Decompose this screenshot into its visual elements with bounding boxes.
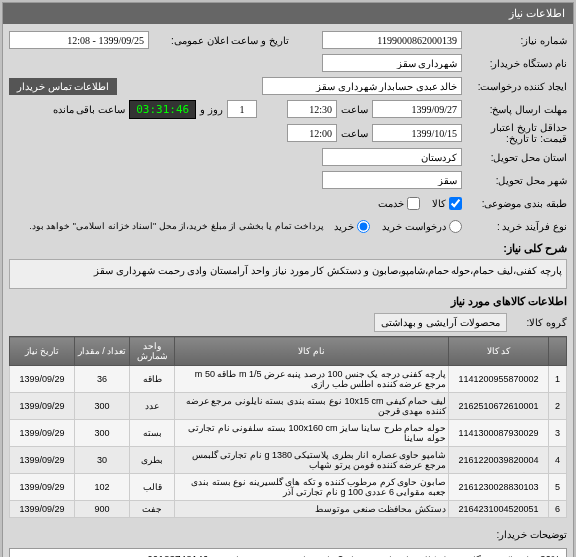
cell-unit: جفت — [130, 501, 175, 518]
contacts-button[interactable]: اطلاعات تماس خریدار — [9, 78, 117, 95]
cell-name: شامپو حاوی عصاره انار بطری پلاستیکی 1380… — [175, 447, 449, 474]
table-row[interactable]: 42161220039820004شامپو حاوی عصاره انار ب… — [10, 447, 567, 474]
table-row[interactable]: 62164231004520051دستکش محافظت صنعی موتوس… — [10, 501, 567, 518]
buyer-notes-label: توضیحات خریدار: — [462, 529, 567, 540]
payment-note: پرداخت تمام یا بخشی از مبلغ خرید،از محل … — [29, 221, 324, 231]
need-number-input[interactable] — [322, 31, 462, 49]
th-qty: تعداد / مقدار — [75, 337, 130, 366]
items-table: کد کالا نام کالا واحد شمارش تعداد / مقدا… — [9, 336, 567, 518]
day-label: روز و — [196, 104, 227, 115]
buyer-org-label: نام دستگاه خریدار: — [462, 58, 567, 69]
cell-num: 3 — [549, 420, 567, 447]
cell-date: 1399/09/29 — [10, 474, 75, 501]
th-unit: واحد شمارش — [130, 337, 175, 366]
cell-qty: 900 — [75, 501, 130, 518]
cell-name: حوله حمام طرح ساینا سایز 100x160 cm بسته… — [175, 420, 449, 447]
budget-service-label: خدمت — [378, 198, 404, 209]
panel-title: اطلاعات نیاز — [3, 3, 573, 24]
announce-input[interactable] — [9, 31, 149, 49]
ptype-b-label: خرید — [334, 221, 354, 232]
cell-unit: قالب — [130, 474, 175, 501]
budget-service-option[interactable]: خدمت — [378, 197, 420, 210]
items-info-title: اطلاعات کالاهای مورد نیاز — [9, 295, 567, 308]
cell-qty: 30 — [75, 447, 130, 474]
group-label: گروه کالا: — [507, 317, 567, 328]
city-input[interactable] — [322, 171, 462, 189]
cell-date: 1399/09/29 — [10, 501, 75, 518]
countdown-timer: 03:31:46 — [129, 100, 196, 119]
purchase-type-group: درخواست خرید خرید — [334, 220, 462, 233]
ptype-b-radio[interactable] — [357, 220, 370, 233]
general-desc-title: شرح کلی نیاز: — [9, 242, 567, 255]
need-number-label: شماره نیاز: — [462, 35, 567, 46]
cell-date: 1399/09/29 — [10, 447, 75, 474]
creator-label: ایجاد کننده درخواست: — [462, 81, 567, 92]
announce-label: تاریخ و ساعت اعلان عمومی: — [149, 35, 289, 46]
cell-num: 5 — [549, 474, 567, 501]
info-panel: اطلاعات نیاز شماره نیاز: تاریخ و ساعت اع… — [2, 2, 574, 557]
cell-unit: بطری — [130, 447, 175, 474]
budget-goods-option[interactable]: کالا — [432, 197, 462, 210]
cell-code: 1141300087930029 — [449, 420, 549, 447]
hour-label-2: ساعت — [337, 128, 372, 139]
validity-label: حداقل تاریخ اعتبار قیمت: تا تاریخ: — [462, 122, 567, 144]
cell-code: 2161230028830103 — [449, 474, 549, 501]
cell-name: لیف حمام کیفی 10x15 cm نوع بسته بندی بست… — [175, 393, 449, 420]
ptype-a-label: درخواست خرید — [382, 221, 446, 232]
budget-goods-checkbox[interactable] — [449, 197, 462, 210]
ptype-a-option[interactable]: درخواست خرید — [382, 220, 462, 233]
table-row[interactable]: 22162510672610001لیف حمام کیفی 10x15 cm … — [10, 393, 567, 420]
cell-num: 4 — [549, 447, 567, 474]
cell-qty: 300 — [75, 393, 130, 420]
budget-type-group: کالا خدمت — [378, 197, 462, 210]
cell-num: 2 — [549, 393, 567, 420]
cell-date: 1399/09/29 — [10, 366, 75, 393]
cell-code: 2162510672610001 — [449, 393, 549, 420]
panel-body: شماره نیاز: تاریخ و ساعت اعلان عمومی: نا… — [3, 24, 573, 557]
cell-qty: 300 — [75, 420, 130, 447]
table-row[interactable]: 52161230028830103صابون حاوی کرم مرطوب کن… — [10, 474, 567, 501]
creator-input[interactable] — [262, 77, 462, 95]
th-date: تاریخ نیاز — [10, 337, 75, 366]
deadline-days-input[interactable] — [227, 100, 257, 118]
table-row[interactable]: 31141300087930029حوله حمام طرح ساینا سای… — [10, 420, 567, 447]
city-label: شهر محل تحویل: — [462, 175, 567, 186]
buyer-org-input[interactable] — [322, 54, 462, 72]
buyer-notes-box: 30% مبلغ فاکتور هنگام تحویل کالا و باقیم… — [9, 548, 567, 557]
cell-name: پارچه کفنی درجه یک جنس 100 درصد پنبه عرض… — [175, 366, 449, 393]
budget-type-label: طبقه بندی موضوعی: — [462, 198, 567, 209]
province-label: استان محل تحویل: — [462, 152, 567, 163]
cell-qty: 102 — [75, 474, 130, 501]
deadline-label: مهلت ارسال پاسخ: — [462, 104, 567, 115]
th-code: کد کالا — [449, 337, 549, 366]
table-row[interactable]: 11141200955870002پارچه کفنی درجه یک جنس … — [10, 366, 567, 393]
deadline-date-input[interactable] — [372, 100, 462, 118]
remaining-label: ساعت باقی مانده — [49, 104, 130, 115]
validity-time-input[interactable] — [287, 124, 337, 142]
cell-code: 1141200955870002 — [449, 366, 549, 393]
cell-unit: عدد — [130, 393, 175, 420]
th-name: نام کالا — [175, 337, 449, 366]
cell-code: 2161220039820004 — [449, 447, 549, 474]
cell-num: 1 — [549, 366, 567, 393]
hour-label-1: ساعت — [337, 104, 372, 115]
cell-unit: بسته — [130, 420, 175, 447]
cell-name: دستکش محافظت صنعی موتوسط — [175, 501, 449, 518]
deadline-time-input[interactable] — [287, 100, 337, 118]
cell-unit: طاقه — [130, 366, 175, 393]
ptype-b-option[interactable]: خرید — [334, 220, 370, 233]
general-desc-box: پارچه کفنی،لیف حمام،حوله حمام،شامپو،صابو… — [9, 259, 567, 289]
cell-qty: 36 — [75, 366, 130, 393]
validity-date-input[interactable] — [372, 124, 462, 142]
ptype-a-radio[interactable] — [449, 220, 462, 233]
cell-num: 6 — [549, 501, 567, 518]
budget-service-checkbox[interactable] — [407, 197, 420, 210]
cell-date: 1399/09/29 — [10, 420, 75, 447]
cell-name: صابون حاوی کرم مرطوب کننده و تکه های گلس… — [175, 474, 449, 501]
province-input[interactable] — [322, 148, 462, 166]
purchase-type-label: نوع فرآیند خرید : — [462, 221, 567, 232]
th-num — [549, 337, 567, 366]
budget-goods-label: کالا — [432, 198, 446, 209]
cell-date: 1399/09/29 — [10, 393, 75, 420]
group-value: محصولات آرایشی و بهداشتی — [374, 313, 507, 332]
